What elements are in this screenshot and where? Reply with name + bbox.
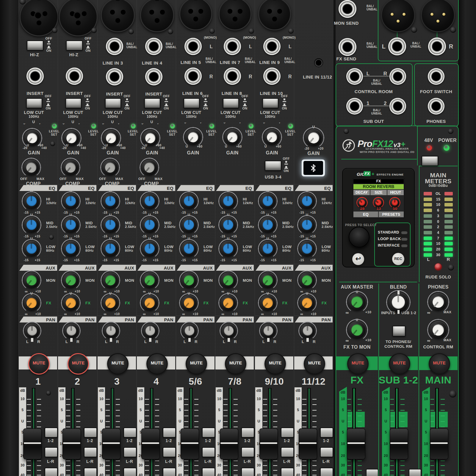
main-assign-button[interactable] xyxy=(241,447,254,457)
to-phones-control-rm-switch[interactable] xyxy=(392,326,405,336)
aux-fx-knob[interactable] xyxy=(181,295,197,311)
aux-mon-knob[interactable] xyxy=(142,273,157,288)
mute-button[interactable]: MUTE xyxy=(186,353,207,375)
mute-button[interactable]: MUTE xyxy=(264,353,286,375)
mute-button[interactable]: MUTE xyxy=(107,353,129,375)
eq-mid-knob[interactable] xyxy=(260,217,275,233)
aux-fx-knob[interactable] xyxy=(63,295,79,311)
aux-fx-knob[interactable] xyxy=(24,295,39,311)
mute-button[interactable]: MUTE xyxy=(304,353,325,375)
mute-button[interactable]: MUTE xyxy=(146,353,168,375)
channel-fader[interactable] xyxy=(62,428,81,459)
aux-mon-knob[interactable] xyxy=(181,273,197,288)
mute-button[interactable]: MUTE xyxy=(68,353,89,375)
aux-fx-knob[interactable] xyxy=(103,295,118,311)
aux-master-knob[interactable] xyxy=(348,293,366,311)
eq-low-knob[interactable] xyxy=(103,241,118,256)
sub-assign-button[interactable] xyxy=(202,428,215,438)
mute-button[interactable]: MUTE xyxy=(225,353,246,375)
aux-mon-knob[interactable] xyxy=(260,273,275,288)
eq-mid-knob[interactable] xyxy=(299,217,315,233)
pan-knob[interactable] xyxy=(64,324,79,338)
gain-knob[interactable] xyxy=(264,129,280,145)
gain-knob[interactable] xyxy=(185,129,201,145)
low-cut-switch[interactable] xyxy=(65,98,82,108)
comp-knob[interactable] xyxy=(142,160,157,175)
blend-knob[interactable] xyxy=(389,292,408,312)
pan-knob[interactable] xyxy=(182,324,197,338)
pan-knob[interactable] xyxy=(261,324,275,338)
eq-mid-knob[interactable] xyxy=(220,217,236,233)
low-cut-switch[interactable] xyxy=(144,98,160,108)
usb-34-switch[interactable] xyxy=(265,161,281,171)
aux-mon-knob[interactable] xyxy=(63,273,79,288)
main-assign-button[interactable] xyxy=(123,447,137,457)
master-mute-button[interactable]: MUTE xyxy=(347,353,369,375)
control-rm-knob[interactable] xyxy=(430,321,447,339)
sub-assign-button[interactable] xyxy=(320,428,333,438)
eq-hi-knob[interactable] xyxy=(24,193,39,209)
channel-fader[interactable] xyxy=(181,428,199,459)
aux-fx-knob[interactable] xyxy=(299,295,315,311)
main-assign-button[interactable] xyxy=(320,447,333,457)
aux-mon-knob[interactable] xyxy=(24,273,39,288)
sub-fader[interactable] xyxy=(390,428,408,459)
sub-assign-button[interactable] xyxy=(45,428,58,438)
mute-button[interactable]: MUTE xyxy=(28,353,50,375)
power-switch[interactable] xyxy=(422,156,438,166)
eq-low-knob[interactable] xyxy=(181,241,197,256)
solo-button[interactable] xyxy=(320,468,333,476)
aux-mon-knob[interactable] xyxy=(220,273,236,288)
pan-knob[interactable] xyxy=(222,324,236,338)
aux-mon-knob[interactable] xyxy=(299,273,315,288)
eq-hi-knob[interactable] xyxy=(260,193,275,209)
channel-fader[interactable] xyxy=(141,428,160,459)
pan-knob[interactable] xyxy=(104,324,118,338)
eq-low-knob[interactable] xyxy=(142,241,157,256)
eq-low-knob[interactable] xyxy=(63,241,79,256)
pan-knob[interactable] xyxy=(25,324,39,338)
sub-assign-button[interactable] xyxy=(123,428,137,438)
phones-knob[interactable] xyxy=(430,293,447,311)
solo-button[interactable] xyxy=(202,468,215,476)
master-assign-button[interactable] xyxy=(409,469,421,476)
channel-fader[interactable] xyxy=(259,428,278,459)
pan-knob[interactable] xyxy=(300,324,315,338)
low-cut-switch[interactable] xyxy=(105,98,121,108)
fx-to-mon-knob[interactable] xyxy=(348,321,366,339)
comp-knob[interactable] xyxy=(102,160,118,175)
main-assign-button[interactable] xyxy=(202,447,215,457)
master-mute-button[interactable]: MUTE xyxy=(429,353,450,375)
gain-knob[interactable] xyxy=(225,129,240,145)
sub-assign-button[interactable] xyxy=(84,428,97,438)
eq-hi-knob[interactable] xyxy=(299,193,315,209)
sub-assign-button[interactable] xyxy=(241,428,254,438)
comp-knob[interactable] xyxy=(63,160,78,175)
eq-mid-knob[interactable] xyxy=(103,217,118,233)
master-assign-button[interactable] xyxy=(366,469,378,476)
eq-mid-knob[interactable] xyxy=(63,217,79,233)
main-assign-button[interactable] xyxy=(163,447,176,457)
eq-hi-knob[interactable] xyxy=(103,193,118,209)
low-cut-switch[interactable] xyxy=(223,98,239,108)
eq-hi-knob[interactable] xyxy=(220,193,236,209)
fx-fader[interactable] xyxy=(347,428,365,459)
channel-fader[interactable] xyxy=(220,428,238,459)
select-encoder[interactable] xyxy=(349,227,369,248)
aux-fx-knob[interactable] xyxy=(260,295,275,311)
hiz-switch[interactable] xyxy=(27,40,43,51)
aux-mon-knob[interactable] xyxy=(103,273,118,288)
eq-mid-knob[interactable] xyxy=(24,217,39,233)
low-cut-switch[interactable] xyxy=(26,98,42,108)
fx-param-knob-2[interactable] xyxy=(390,198,399,207)
hiz-switch[interactable] xyxy=(66,40,83,51)
aux-fx-knob[interactable] xyxy=(220,295,236,311)
main-assign-button[interactable] xyxy=(84,447,97,457)
eq-hi-knob[interactable] xyxy=(181,193,197,209)
comp-knob[interactable] xyxy=(24,160,39,175)
low-cut-switch[interactable] xyxy=(184,98,200,108)
fx-param-knob-1[interactable] xyxy=(374,198,383,207)
eq-hi-knob[interactable] xyxy=(142,193,157,209)
channel-fader[interactable] xyxy=(23,428,42,459)
main-assign-button[interactable] xyxy=(45,447,58,457)
